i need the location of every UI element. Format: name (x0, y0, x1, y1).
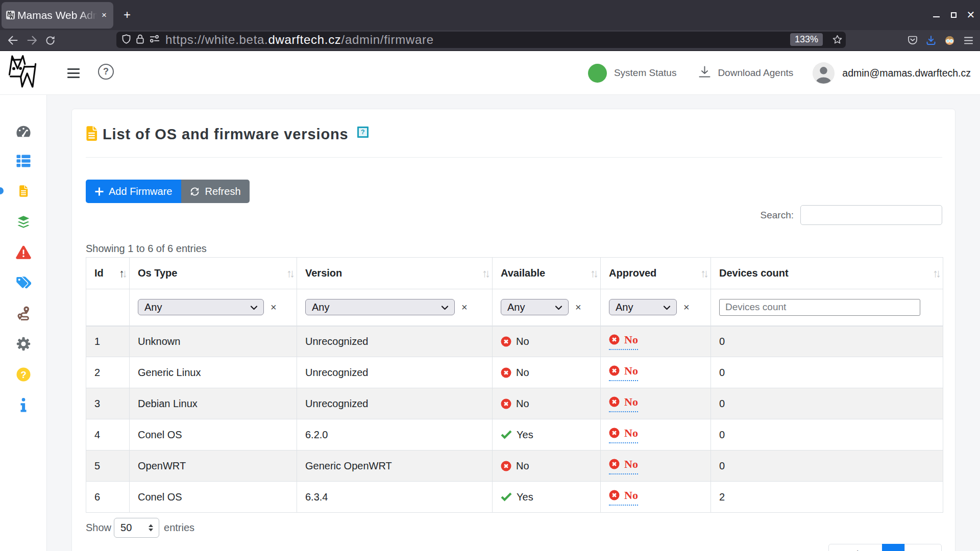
bookmark-star-icon[interactable] (832, 35, 842, 46)
column-label: Available (501, 267, 545, 279)
reload-icon[interactable] (42, 30, 58, 51)
approved-toggle-link[interactable]: No (609, 427, 638, 443)
available-filter-clear-button[interactable]: × (575, 302, 581, 312)
approved-toggle-link[interactable]: No (609, 333, 638, 350)
sidebar-item-warning[interactable] (0, 243, 46, 261)
sidebar-toggle-icon[interactable] (67, 66, 80, 80)
tab-favicon-icon (6, 11, 15, 19)
firmware-table: Id↑↓Os Type↑↓Version↑↓Available↑↓Approve… (86, 257, 943, 513)
forward-icon[interactable] (24, 30, 40, 51)
menu-icon[interactable] (961, 30, 976, 51)
version-filter-clear-button[interactable]: × (461, 302, 468, 312)
browser-toolbar: https://white.beta.dwarftech.cz/admin/fi… (0, 30, 980, 51)
column-header-os-type[interactable]: Os Type↑↓ (130, 258, 297, 289)
window-controls: ✕ (931, 7, 976, 22)
system-status-indicator[interactable] (588, 64, 607, 83)
column-header-id[interactable]: Id↑↓ (86, 258, 130, 289)
zoom-level-badge[interactable]: 133% (790, 33, 823, 46)
tab-close-icon[interactable]: × (100, 11, 109, 20)
cell-available: No (493, 450, 601, 482)
back-icon[interactable] (5, 30, 20, 51)
lock-icon[interactable] (136, 34, 144, 46)
system-status-label[interactable]: System Status (614, 67, 677, 79)
table-row-3: 3Debian LinuxUnrecognizedNoNo0 (86, 388, 943, 419)
page-length-select[interactable]: 50 (114, 518, 159, 538)
tab-title: Mamas Web Admin (17, 2, 99, 29)
os-type-filter-clear-button[interactable]: × (271, 302, 277, 312)
approved-filter-select[interactable]: Any (609, 299, 677, 315)
browser-tab[interactable]: Mamas Web Admin × (2, 2, 113, 29)
cell-devices-count: 0 (711, 357, 943, 388)
user-email[interactable]: admin@mamas.dwarftech.cz (842, 67, 971, 79)
pagination-page-1-button[interactable]: 1 (882, 544, 905, 551)
approved-filter-clear-button[interactable]: × (683, 302, 690, 312)
approved-toggle-link[interactable]: No (609, 364, 638, 381)
cell-devices-count: 0 (711, 326, 943, 357)
layers-icon (16, 215, 31, 229)
times-circle-icon (609, 428, 624, 438)
new-tab-button[interactable]: + (119, 8, 135, 23)
cell-available: Yes (493, 482, 601, 513)
cell-os-type: Conel OS (130, 419, 297, 450)
sidebar-item-info[interactable] (0, 396, 46, 414)
add-firmware-button[interactable]: Add Firmware (86, 180, 181, 203)
sort-icon: ↑↓ (482, 267, 488, 280)
pocket-icon[interactable] (905, 30, 920, 51)
account-avatar-icon[interactable] (942, 30, 957, 51)
approved-toggle-link[interactable]: No (609, 395, 638, 412)
column-header-available[interactable]: Available↑↓ (493, 258, 601, 289)
download-agents-icon[interactable] (699, 66, 710, 80)
cell-devices-count: 0 (711, 388, 943, 419)
sidebar-item-tags[interactable] (0, 274, 46, 291)
sidebar-item-gear[interactable] (0, 335, 46, 353)
page-title: List of OS and firmware versions (103, 126, 349, 143)
sidebar-item-layers[interactable] (0, 213, 46, 230)
column-label: Id (94, 267, 104, 279)
pagination-previous-button[interactable]: Previous (828, 544, 883, 551)
sidebar-item-route[interactable] (0, 305, 46, 322)
cell-approved: No (601, 326, 711, 357)
search-input[interactable] (800, 205, 942, 225)
page-help-icon[interactable]: ? (357, 127, 369, 138)
window-restore-button[interactable] (948, 7, 959, 22)
sidebar-item-list[interactable] (0, 152, 46, 169)
sort-icon: ↑↓ (286, 267, 292, 280)
permissions-icon[interactable] (150, 35, 160, 45)
refresh-button[interactable]: Refresh (181, 180, 249, 203)
user-avatar[interactable] (813, 62, 835, 84)
available-filter-select[interactable]: Any (501, 299, 569, 315)
column-label: Approved (609, 267, 656, 279)
sort-icon: ↑↓ (119, 267, 125, 280)
file-icon (19, 185, 28, 197)
help-icon[interactable]: ? (98, 64, 114, 80)
filter-cell-approved: Any× (601, 289, 711, 326)
download-icon[interactable] (923, 30, 939, 51)
column-header-approved[interactable]: Approved↑↓ (601, 258, 711, 289)
os-type-filter-select[interactable]: Any (138, 299, 264, 315)
version-filter-select[interactable]: Any (305, 299, 455, 315)
window-close-button[interactable]: ✕ (966, 7, 976, 22)
check-icon (501, 492, 517, 502)
download-agents-label[interactable]: Download Agents (718, 67, 793, 79)
plus-icon (95, 187, 104, 196)
devices-count-filter-input[interactable] (719, 299, 920, 316)
cell-id: 4 (86, 419, 130, 450)
approved-toggle-link[interactable]: No (609, 489, 638, 506)
pagination-next-button[interactable]: Next (904, 544, 942, 551)
table-filter-row: Any×Any×Any×Any× (86, 289, 943, 326)
approved-toggle-link[interactable]: No (609, 458, 638, 474)
sidebar-item-dashboard[interactable] (0, 123, 46, 140)
sidebar-item-file[interactable] (0, 182, 46, 199)
cell-id: 2 (86, 357, 130, 388)
table-row-6: 6Conel OS6.3.4YesNo2 (86, 482, 943, 513)
shield-icon[interactable] (122, 34, 131, 46)
window-minimize-button[interactable] (931, 7, 941, 22)
pagination: Previous 1 Next (828, 544, 942, 551)
list-icon (16, 155, 31, 167)
column-header-devices-count[interactable]: Devices count↑↓ (711, 258, 943, 289)
cell-os-type: OpenWRT (130, 450, 297, 482)
show-label: Show (86, 522, 111, 534)
url-bar[interactable]: https://white.beta.dwarftech.cz/admin/fi… (116, 32, 846, 48)
column-header-version[interactable]: Version↑↓ (297, 258, 493, 289)
sidebar-item-question[interactable]: ? (0, 366, 46, 383)
